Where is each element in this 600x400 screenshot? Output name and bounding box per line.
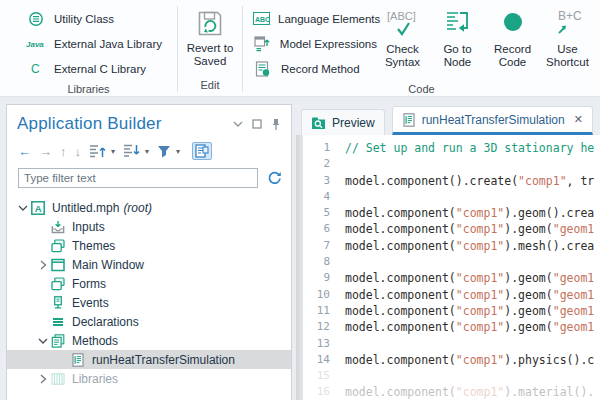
code-editor[interactable]: 1// Set up and run a 3D stationary he23m… bbox=[296, 135, 600, 400]
pin-icon[interactable] bbox=[271, 118, 281, 131]
filter-funnel-icon[interactable] bbox=[157, 145, 171, 158]
chevron-right-icon[interactable] bbox=[35, 374, 51, 384]
svg-text:C: C bbox=[31, 62, 40, 75]
code-line[interactable]: 12model.component("comp1").geom("geom1 bbox=[296, 319, 600, 335]
code-token-string: "comp1" bbox=[456, 288, 504, 302]
code-line[interactable]: 6model.component("comp1").geom("geom1 bbox=[296, 221, 600, 237]
tree-item-label: Main Window bbox=[72, 258, 144, 272]
code-line[interactable]: 16model.component("comp1").material(). bbox=[296, 384, 600, 400]
tree-item-inputs[interactable]: Inputs bbox=[7, 217, 291, 236]
record-method-button[interactable]: Record Method bbox=[243, 56, 377, 81]
code-line[interactable]: 8 bbox=[296, 254, 600, 270]
dropdown-caret-icon[interactable]: ▾ bbox=[176, 147, 180, 156]
code-token-code: model.component( bbox=[345, 385, 456, 399]
code-token-code: model.component( bbox=[345, 304, 456, 318]
line-text: model.component("comp1").mesh().crea bbox=[345, 238, 594, 254]
tree-item-main-window[interactable]: Main Window bbox=[7, 255, 291, 274]
forms-icon bbox=[51, 277, 66, 291]
method-icon bbox=[402, 113, 416, 127]
ribbon-section-libraries: Utility Class Java External Java Library… bbox=[0, 0, 177, 96]
utility-class-button[interactable]: Utility Class bbox=[0, 6, 177, 31]
code-line[interactable]: 10model.component("comp1").geom("geom1 bbox=[296, 287, 600, 303]
code-token-code: model.component( bbox=[345, 222, 456, 236]
inputs-icon bbox=[51, 220, 66, 234]
button-label: Go to Node bbox=[434, 43, 481, 69]
code-token-code: model.component( bbox=[345, 320, 456, 334]
tab-runheattransfersimulation[interactable]: runHeatTransferSimulation✕ bbox=[392, 106, 593, 135]
tree-item-events[interactable]: Events bbox=[7, 293, 291, 312]
code-token-string: "comp1" bbox=[456, 239, 504, 253]
tree-item-forms[interactable]: Forms bbox=[7, 274, 291, 293]
code-line[interactable]: 2 bbox=[296, 156, 600, 172]
expand-list-icon[interactable] bbox=[123, 144, 140, 158]
line-text: model.component().create("comp1", tr bbox=[345, 173, 594, 189]
code-line[interactable]: 13 bbox=[296, 336, 600, 352]
code-line[interactable]: 7model.component("comp1").mesh().crea bbox=[296, 238, 600, 254]
tree-item-methods[interactable]: Methods bbox=[7, 331, 291, 350]
button-label: Use Shortcut bbox=[544, 43, 591, 69]
code-line[interactable]: 11model.component("comp1").geom("geom1 bbox=[296, 303, 600, 319]
tab-preview[interactable]: Preview bbox=[301, 109, 385, 135]
record-code-button[interactable]: Record Code bbox=[487, 0, 538, 81]
code-token-code: ).geom( bbox=[504, 304, 552, 318]
code-line[interactable]: 9model.component("comp1").geom("geom1 bbox=[296, 270, 600, 286]
refresh-icon[interactable] bbox=[267, 171, 282, 185]
revert-to-saved-button[interactable]: Revert to Saved bbox=[181, 0, 239, 68]
line-text: model.component("comp1").geom("geom1 bbox=[345, 303, 594, 319]
method-icon bbox=[71, 353, 86, 367]
tree-item-runheattransfersimulation[interactable]: runHeatTransferSimulation bbox=[7, 350, 291, 369]
code-line[interactable]: 1// Set up and run a 3D stationary he bbox=[296, 140, 600, 156]
back-arrow-icon[interactable]: ← bbox=[18, 145, 31, 158]
dropdown-caret-icon[interactable]: ▾ bbox=[111, 147, 115, 156]
button-label: Language Elements bbox=[278, 13, 380, 25]
chevron-right-icon[interactable] bbox=[35, 260, 51, 270]
check-syntax-icon: [ABC] bbox=[385, 5, 421, 41]
line-number: 12 bbox=[303, 319, 330, 335]
dropdown-caret-icon[interactable]: ▾ bbox=[145, 147, 149, 156]
code-line[interactable]: 3model.component().create("comp1", tr bbox=[296, 173, 600, 189]
external-c-library-button[interactable]: C External C Library bbox=[0, 56, 177, 81]
tree-item-label: runHeatTransferSimulation bbox=[92, 353, 235, 367]
tree-item-declarations[interactable]: Declarations bbox=[7, 312, 291, 331]
tree-item-untitled-mph[interactable]: AUntitled.mph(root) bbox=[7, 198, 291, 217]
svg-text:Java: Java bbox=[26, 40, 44, 49]
section-label-libraries: Libraries bbox=[0, 81, 177, 100]
tree-item-label: Libraries bbox=[72, 372, 118, 386]
code-token-string: "geom1 bbox=[553, 320, 595, 334]
move-down-arrow-icon[interactable]: ↓ bbox=[75, 145, 82, 158]
model-expressions-button[interactable]: Model Expressions bbox=[243, 31, 377, 56]
float-window-icon[interactable] bbox=[252, 119, 262, 129]
methods-icon bbox=[51, 334, 66, 348]
code-token-code: model.component( bbox=[345, 239, 456, 253]
line-number: 7 bbox=[303, 238, 330, 254]
move-up-arrow-icon[interactable]: ↑ bbox=[60, 145, 67, 158]
language-elements-button[interactable]: ABC Language Elements bbox=[243, 6, 377, 31]
code-lines: 1// Set up and run a 3D stationary he23m… bbox=[296, 140, 600, 400]
button-label: Record Method bbox=[281, 63, 360, 75]
external-java-library-button[interactable]: Java External Java Library bbox=[0, 31, 177, 56]
code-token-code: model.component( bbox=[345, 288, 456, 302]
line-number: 6 bbox=[303, 221, 330, 237]
code-line[interactable]: 14model.component("comp1").physics().c bbox=[296, 352, 600, 368]
tree-item-themes[interactable]: Themes bbox=[7, 236, 291, 255]
forward-arrow-icon[interactable]: → bbox=[39, 145, 52, 158]
tree-item-libraries[interactable]: Libraries bbox=[7, 369, 291, 388]
code-token-string: "comp1" bbox=[456, 385, 504, 399]
filter-input[interactable] bbox=[18, 168, 258, 188]
button-label: Record Code bbox=[489, 43, 536, 69]
chevron-down-icon[interactable] bbox=[15, 204, 31, 212]
chevron-down-icon[interactable] bbox=[35, 337, 51, 345]
code-token-string: "geom1 bbox=[553, 222, 595, 236]
java-icon: Java bbox=[26, 39, 46, 49]
use-shortcut-button[interactable]: B+C Use Shortcut bbox=[542, 0, 593, 81]
panel-menu-chevron-icon[interactable] bbox=[233, 120, 243, 128]
code-line[interactable]: 5model.component("comp1").geom().crea bbox=[296, 205, 600, 221]
close-tab-icon[interactable]: ✕ bbox=[574, 113, 583, 126]
go-to-node-button[interactable]: Go to Node bbox=[432, 0, 483, 81]
code-line[interactable]: 15 bbox=[296, 368, 600, 384]
check-syntax-button[interactable]: [ABC] Check Syntax bbox=[377, 0, 428, 81]
show-all-toggle-button[interactable] bbox=[192, 142, 212, 160]
collapse-list-icon[interactable] bbox=[89, 144, 106, 158]
line-number: 10 bbox=[303, 287, 330, 303]
code-line[interactable]: 4 bbox=[296, 189, 600, 205]
